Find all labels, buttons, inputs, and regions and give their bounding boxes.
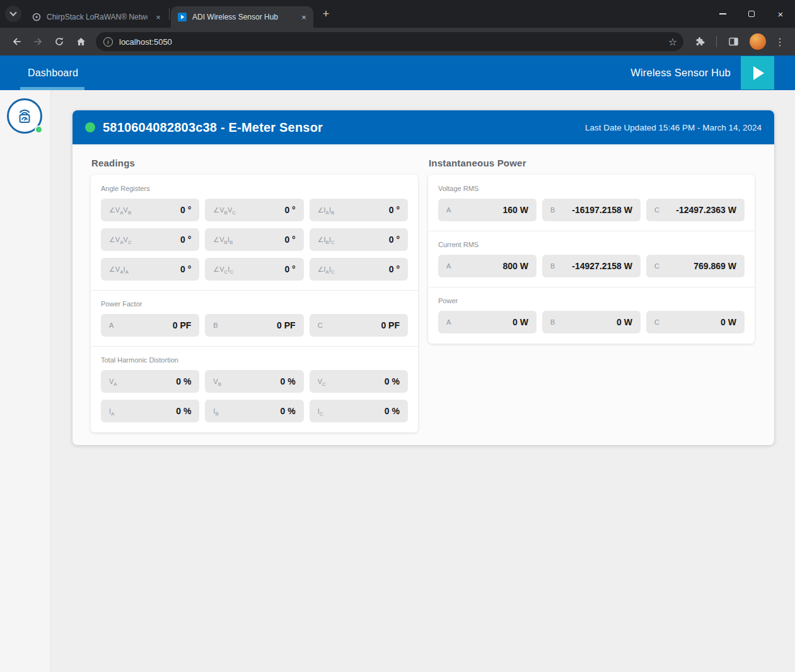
thd-readout: VC0 % (310, 370, 408, 393)
reading-value: 0 PF (173, 320, 192, 330)
emeter-icon (14, 105, 35, 127)
divider (91, 290, 418, 291)
chevron-down-icon (9, 9, 16, 16)
reading-label: IC (318, 407, 323, 415)
reading-value: 0 ° (284, 205, 295, 215)
power-grid: A0 W B0 W C0 W (438, 311, 745, 333)
tab-close-icon[interactable]: × (298, 11, 310, 23)
phase-label: B (550, 206, 555, 214)
phase-label: C (654, 206, 659, 214)
address-bar[interactable]: i localhost:5050 ☆ (96, 32, 683, 51)
reading-label: ∠VCIC (213, 265, 233, 274)
app-body: 5810604082803c38 - E-Meter Sensor Last D… (0, 90, 795, 672)
current-readout: A800 W (438, 255, 537, 277)
app-header: Dashboard Wireless Sensor Hub (0, 55, 795, 90)
reading-value: -12497.2363 W (676, 205, 736, 215)
reading-value: 0 % (281, 406, 296, 416)
minimize-button[interactable] (708, 0, 737, 28)
device-status-dot (85, 122, 95, 132)
reading-label: ∠VAVB (109, 206, 131, 214)
reading-value: 0 PF (277, 320, 296, 330)
app-header-right: Wireless Sensor Hub (630, 56, 774, 90)
thd-grid: VA0 % VB0 % VC0 % IA0 % IB0 % IC0 % (101, 370, 408, 422)
thd-readout: VA0 % (101, 370, 199, 393)
reading-value: 0 ° (389, 205, 400, 215)
url-text[interactable]: localhost:5050 (119, 37, 662, 47)
angle-readout: ∠VBVC0 ° (205, 199, 303, 221)
sensor-icon[interactable] (7, 98, 44, 135)
reading-label: VA (109, 378, 117, 385)
maximize-icon (748, 11, 755, 17)
reading-label: ∠IAIC (318, 265, 335, 274)
phase-label: C (654, 262, 659, 270)
thd-label: Total Harmonic Distortion (101, 356, 408, 364)
tab-adi-hub[interactable]: ADI Wireless Sensor Hub × (171, 6, 313, 28)
power-factor-grid: A0 PF B0 PF C0 PF (101, 314, 408, 337)
minimize-icon (719, 13, 726, 14)
angle-readout: ∠VAIA0 ° (101, 258, 199, 281)
phase-label: C (654, 318, 659, 326)
voltage-readout: A160 W (438, 199, 537, 221)
reload-button[interactable] (49, 32, 69, 52)
tab-title: ChirpStack LoRaWAN® Network (47, 13, 148, 21)
angle-readout: ∠IAIC0 ° (310, 258, 408, 281)
adi-triangle-icon (753, 66, 764, 80)
reading-label: VC (318, 378, 326, 385)
tab-search-button[interactable] (5, 6, 21, 22)
reading-value: 0 W (721, 317, 736, 327)
angle-readout: ∠VCIC0 ° (205, 258, 303, 281)
instantaneous-card: Voltage RMS A160 W B-16197.2158 W C-1249… (428, 175, 755, 344)
power-readout: A0 W (438, 311, 537, 333)
reading-value: -14927.2158 W (572, 261, 632, 271)
reading-value: 0 % (176, 376, 191, 386)
thd-readout: IA0 % (101, 400, 199, 422)
maximize-button[interactable] (737, 0, 766, 28)
bookmark-star-icon[interactable]: ☆ (668, 36, 677, 48)
reading-value: 0 W (617, 317, 632, 327)
app-title: Wireless Sensor Hub (630, 67, 731, 79)
browser-window: ChirpStack LoRaWAN® Network × ADI Wirele… (0, 0, 795, 672)
puzzle-icon (695, 37, 705, 47)
tab-chirpstack[interactable]: ChirpStack LoRaWAN® Network × (25, 6, 168, 28)
readings-card: Angle Registers ∠VAVB0 ° ∠VBVC0 ° ∠IAIB0… (91, 175, 418, 432)
window-controls: × (708, 0, 795, 28)
reading-label: ∠VBIB (213, 236, 233, 244)
forward-button[interactable] (28, 32, 48, 52)
reading-label: ∠VAVC (109, 236, 132, 244)
voltage-rms-grid: A160 W B-16197.2158 W C-12497.2363 W (438, 199, 745, 221)
reading-value: 0 % (385, 376, 400, 386)
extensions-icon[interactable] (690, 32, 710, 52)
reading-value: 0 ° (180, 235, 191, 245)
browser-menu-icon[interactable]: ⋮ (772, 36, 787, 48)
angle-registers-label: Angle Registers (101, 185, 408, 192)
phase-label: B (550, 262, 555, 270)
side-panel-button[interactable] (723, 32, 743, 52)
reading-label: ∠IBIC (318, 236, 335, 244)
tab-close-icon[interactable]: × (153, 11, 164, 23)
close-button[interactable]: × (766, 0, 795, 28)
home-button[interactable] (71, 32, 91, 52)
reading-value: 0 % (385, 406, 400, 416)
profile-avatar[interactable] (750, 33, 766, 50)
reading-value: 0 ° (284, 264, 295, 274)
sensor-status-dot (35, 125, 43, 134)
nav-dashboard[interactable]: Dashboard (28, 55, 78, 90)
site-info-icon[interactable]: i (103, 37, 113, 47)
angle-readout: ∠VAVB0 ° (101, 199, 199, 221)
reading-label: ∠IAIB (318, 206, 335, 214)
phase-label: C (318, 322, 323, 329)
new-tab-button[interactable]: + (317, 5, 335, 23)
chirpstack-favicon (32, 12, 42, 22)
reading-label: ∠VAIA (109, 265, 129, 274)
back-button[interactable] (6, 32, 26, 52)
phase-label: A (446, 206, 451, 214)
tab-title: ADI Wireless Sensor Hub (192, 13, 293, 21)
angle-readout: ∠IBIC0 ° (310, 228, 408, 251)
reading-value: 0 W (513, 317, 528, 327)
phase-label: B (213, 322, 218, 329)
reading-value: 160 W (503, 205, 528, 215)
thd-readout: VB0 % (205, 370, 303, 393)
voltage-readout: C-12497.2363 W (646, 199, 745, 221)
divider (91, 346, 418, 347)
reading-label: ∠VBVC (213, 206, 236, 214)
